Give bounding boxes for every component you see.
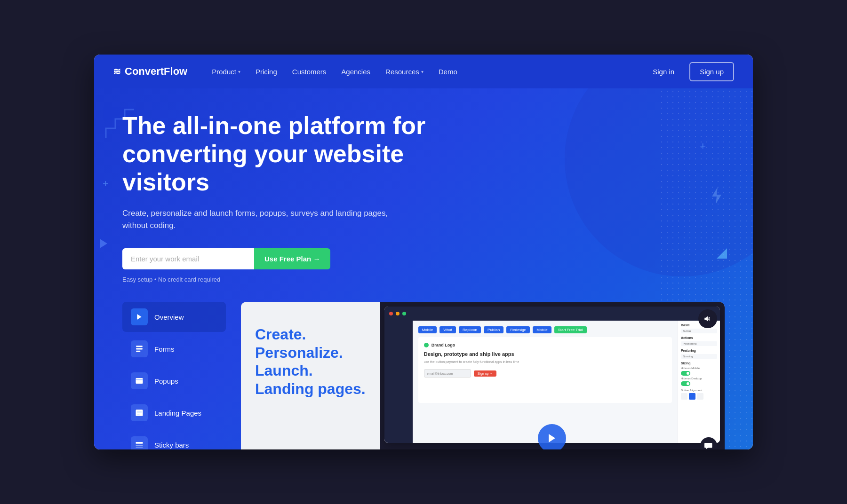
email-input[interactable] — [122, 248, 254, 269]
popups-svg — [135, 377, 144, 385]
feature-tabs: Overview Forms — [122, 302, 226, 449]
nav-links: Product ▾ Pricing Customers Agen — [206, 64, 463, 79]
nav-left: ≋ ConvertFlow Product ▾ Pricing — [113, 64, 463, 79]
sticky-bars-svg — [135, 441, 144, 449]
panel-toggle-2 — [681, 381, 717, 386]
panel-title-2: Actions — [681, 336, 717, 339]
video-left-text: Create. Personalize. Launch. Landing pag… — [241, 302, 380, 449]
mockup-dot-red — [389, 312, 393, 315]
landing-pages-icon — [131, 404, 148, 421]
tab-landing-pages[interactable]: Landing Pages — [122, 398, 226, 428]
mockup-topbar — [384, 307, 720, 321]
mockup-btn-4: Publish — [484, 326, 503, 333]
canvas-sub: use the button payment to create fully f… — [424, 360, 666, 364]
canvas-email-input: email@inbox.com — [424, 369, 471, 378]
hero-content: The all-in-one platform for converting y… — [122, 112, 461, 283]
video-headline: Create. Personalize. Launch. Landing pag… — [255, 325, 366, 398]
nav-link-product[interactable]: Product ▾ — [206, 64, 246, 79]
triangle-decor-icon — [717, 248, 727, 259]
popups-icon — [131, 372, 148, 389]
align-left — [681, 393, 687, 400]
tab-landing-pages-label: Landing Pages — [154, 409, 201, 417]
mockup-sidebar — [384, 321, 413, 443]
svg-marker-15 — [704, 316, 708, 322]
nav-item-product[interactable]: Product ▾ — [206, 64, 246, 79]
mockup-dot-green — [402, 312, 406, 315]
mockup-btn-trial: Start Free Trial — [554, 326, 587, 333]
bolt-decor-icon — [711, 187, 722, 204]
video-right: Mobile What Replicon Publish Redesign Mo… — [380, 302, 725, 449]
toggle-bar-1 — [681, 371, 690, 376]
nav-link-pricing[interactable]: Pricing — [250, 64, 283, 79]
panel-hide-desktop: Hide on Desktop — [681, 377, 717, 380]
mockup-dot-yellow — [396, 312, 400, 315]
panel-row-action1: Positioning — [681, 341, 717, 346]
chat-icon-svg — [704, 441, 713, 449]
sticky-bars-icon — [131, 436, 148, 449]
panel-align-row — [681, 393, 717, 400]
toggle-dot-2 — [687, 382, 689, 385]
play-button[interactable] — [538, 424, 566, 449]
email-form: Use Free Plan → — [122, 248, 461, 269]
nav-link-customers[interactable]: Customers — [287, 64, 332, 79]
nav-link-demo[interactable]: Demo — [433, 64, 463, 79]
svg-rect-5 — [136, 378, 143, 384]
canvas-brand-logo: Brand Logo — [424, 343, 666, 347]
plus-decor-left: + — [103, 178, 109, 190]
panel-title-3: Featuring — [681, 349, 717, 352]
mockup-btn-3: Replicon — [459, 326, 481, 333]
nav-item-demo[interactable]: Demo — [433, 64, 463, 79]
canvas-heading: Design, prototype and ship live apps — [424, 351, 666, 357]
svg-rect-8 — [137, 411, 142, 412]
nav-link-resources[interactable]: Resources ▾ — [380, 64, 429, 79]
circle-decor — [565, 88, 753, 276]
mockup-canvas: Brand Logo Design, prototype and ship li… — [418, 337, 672, 403]
video-content: Create. Personalize. Launch. Landing pag… — [241, 302, 725, 449]
signup-button[interactable]: Sign up — [689, 62, 734, 81]
sound-icon — [703, 315, 712, 323]
arrow-decor-left — [100, 239, 107, 248]
nav-item-pricing[interactable]: Pricing — [250, 64, 283, 79]
svg-rect-4 — [136, 351, 140, 352]
svg-rect-2 — [136, 346, 143, 347]
svg-rect-10 — [137, 414, 140, 415]
tab-overview[interactable]: Overview — [122, 302, 226, 332]
logo[interactable]: ≋ ConvertFlow — [113, 65, 187, 78]
navbar: ≋ ConvertFlow Product ▾ Pricing — [94, 55, 753, 88]
nav-link-agencies[interactable]: Agencies — [336, 64, 376, 79]
svg-marker-1 — [137, 314, 141, 320]
cta-button[interactable]: Use Free Plan → — [254, 248, 330, 269]
canvas-input-row: email@inbox.com Sign up → — [424, 369, 666, 378]
toggle-dot-1 — [687, 372, 689, 375]
forms-icon — [131, 340, 148, 357]
toggle-bar-2 — [681, 381, 690, 386]
chevron-down-icon: ▾ — [238, 69, 240, 74]
nav-item-agencies[interactable]: Agencies — [336, 64, 376, 79]
panel-toggle-section: Hide on Mobile Hide on Desktop — [681, 367, 717, 386]
forms-svg — [135, 345, 144, 353]
tab-overview-label: Overview — [154, 313, 184, 321]
logo-icon: ≋ — [113, 66, 121, 77]
nav-item-customers[interactable]: Customers — [287, 64, 332, 79]
panel-title-5: Button Alignment — [681, 389, 717, 392]
app-mockup: Mobile What Replicon Publish Redesign Mo… — [384, 307, 720, 443]
chevron-down-icon-2: ▾ — [421, 69, 424, 74]
align-right — [697, 393, 703, 400]
landing-pages-svg — [135, 409, 144, 417]
plus-decor-right: + — [700, 140, 706, 152]
panel-title-4: Sizing — [681, 362, 717, 365]
tab-sticky-bars[interactable]: Sticky bars — [122, 430, 226, 449]
nav-item-resources[interactable]: Resources ▾ — [380, 64, 429, 79]
chat-button[interactable] — [700, 437, 717, 449]
canvas-signup-btn: Sign up → — [474, 370, 497, 377]
tab-popups-label: Popups — [154, 377, 178, 385]
tab-popups[interactable]: Popups — [122, 366, 226, 396]
tab-forms[interactable]: Forms — [122, 334, 226, 364]
svg-marker-14 — [549, 434, 555, 442]
panel-row-button: Button — [681, 329, 717, 333]
svg-rect-11 — [136, 442, 143, 444]
signin-button[interactable]: Sign in — [645, 64, 682, 79]
panel-toggle-1 — [681, 371, 717, 376]
mockup-btn-2: What — [439, 326, 456, 333]
align-center — [689, 393, 695, 400]
